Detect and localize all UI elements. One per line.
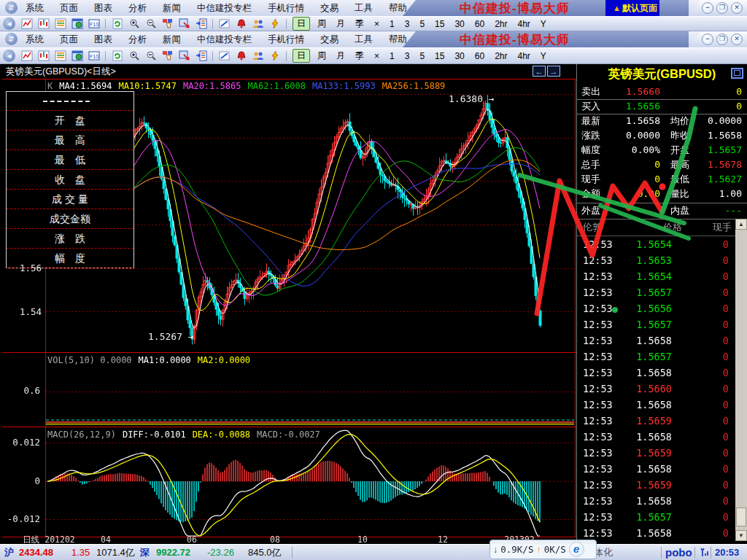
minimize-button[interactable]: − [702,2,713,14]
period-button-0[interactable]: 日 [293,17,310,31]
flash-icon[interactable] [267,18,282,31]
menu-item-8[interactable]: 工具 [347,34,381,46]
period-button-10[interactable]: 60 [470,18,489,30]
period-button-6[interactable]: 3 [400,50,415,62]
menu-item-7[interactable]: 交易 [312,2,347,15]
tick-row[interactable]: 12:531.56530 [577,252,735,268]
tick-row[interactable]: 12:531.56580 [577,461,735,477]
tick-row[interactable]: 12:531.56560 [577,300,735,316]
menu-item-2[interactable]: 图表 [86,2,120,15]
minimize-button[interactable]: − [702,34,713,45]
zoom-out-icon[interactable] [143,18,158,31]
menu-item-4[interactable]: 新闻 [155,34,189,46]
current-page-button[interactable]: ▲默认页面 [605,0,659,16]
menu-item-0[interactable]: 系统 [18,34,52,46]
period-button-4[interactable]: × [369,50,384,62]
line-chart-icon[interactable] [19,50,34,63]
app-menu-icon[interactable]: ⇵ [5,1,18,14]
tick-list-scrollbar[interactable]: ▲ ▼ [735,219,747,541]
scroll-down-icon[interactable]: ▼ [735,530,747,541]
period-button-12[interactable]: 4hr [513,50,535,62]
goto-list-icon[interactable] [193,18,209,31]
menu-item-3[interactable]: 分析 [120,34,155,46]
draw-icon[interactable] [217,50,232,63]
period-button-3[interactable]: 季 [350,17,369,31]
menu-item-5[interactable]: 中信建投专栏 [189,34,260,46]
f10-icon[interactable]: F10 [86,18,101,31]
menu-item-2[interactable]: 图表 [86,34,120,46]
users-icon[interactable] [250,18,266,31]
next-page-icon[interactable]: → [547,66,560,77]
tick-row[interactable]: 12:531.56540 [577,268,735,284]
kline-chart-icon[interactable] [36,18,51,31]
next-window-icon[interactable] [177,50,192,63]
period-button-6[interactable]: 3 [400,18,415,30]
period-button-11[interactable]: 2hr [489,18,512,30]
tick-row[interactable]: 12:531.56580 [577,525,735,541]
data-view-panel[interactable]: 开 盘最 高最 低收 盘成 交 量成交金额涨 跌幅 度 [6,91,134,268]
quote-list-icon[interactable] [53,18,68,31]
period-button-4[interactable]: × [369,18,384,30]
menu-item-1[interactable]: 页面 [52,2,86,15]
web-report-icon[interactable] [69,50,85,63]
period-button-13[interactable]: Y [535,50,551,62]
zoom-in-icon[interactable] [126,50,142,63]
alert-icon[interactable] [233,18,249,31]
restore-button[interactable]: ❐ [716,2,728,14]
restore-panel-icon[interactable] [731,68,743,79]
web-report-icon[interactable] [69,18,85,31]
period-button-8[interactable]: 15 [430,18,449,30]
menu-item-6[interactable]: 手机行情 [260,2,312,15]
period-button-9[interactable]: 30 [449,18,469,30]
period-button-12[interactable]: 4hr [513,18,535,30]
tick-row[interactable]: 12:531.56570 [577,284,735,300]
app-menu-icon[interactable]: ⇵ [5,33,18,45]
back-icon[interactable]: ◄ [3,18,15,30]
zoom-in-icon[interactable] [126,18,142,31]
tick-row[interactable]: 12:531.56580 [577,429,735,445]
period-button-5[interactable]: 1 [384,50,400,62]
period-button-7[interactable]: 5 [414,18,430,30]
menu-item-3[interactable]: 分析 [120,2,155,15]
period-button-2[interactable]: 月 [331,49,350,63]
kline-chart-icon[interactable] [36,50,51,63]
scroll-up-icon[interactable]: ▲ [735,219,747,230]
scrollbar-thumb[interactable] [736,508,746,526]
tick-row[interactable]: 12:531.56600 [577,381,735,397]
refresh-icon[interactable] [109,18,125,31]
menu-item-1[interactable]: 页面 [52,34,86,46]
quote-list-icon[interactable] [53,50,68,63]
period-button-9[interactable]: 30 [449,50,469,62]
users-icon[interactable] [250,50,266,63]
close-button[interactable]: ✕ [731,34,743,45]
next-window-icon[interactable] [177,18,192,31]
menu-item-4[interactable]: 新闻 [155,2,189,15]
period-button-10[interactable]: 60 [470,50,489,62]
browser-icon[interactable]: e [569,542,584,557]
restore-button[interactable]: ❐ [716,34,728,45]
tick-row[interactable]: 12:531.56590 [577,445,735,461]
tick-row[interactable]: 12:531.56580 [577,397,735,413]
flash-icon[interactable] [267,50,282,63]
drag-hand-icon[interactable] [160,50,175,63]
period-button-0[interactable]: 日 [293,49,310,63]
drag-hand-icon[interactable] [160,18,175,31]
close-button[interactable]: ✕ [731,2,743,14]
back-icon[interactable]: ◄ [3,50,15,62]
quote-row-买入[interactable]: 买入1.56560 [577,99,747,114]
f10-icon[interactable]: F10 [86,50,101,63]
tick-row[interactable]: 12:531.56580 [577,332,735,349]
tick-row[interactable]: 12:531.56570 [577,349,735,365]
tick-row[interactable]: 12:531.56590 [577,413,735,429]
draw-icon[interactable] [217,18,232,31]
period-button-13[interactable]: Y [535,18,551,30]
tick-row[interactable]: 12:531.56570 [577,509,735,525]
tick-row[interactable]: 12:531.56580 [577,365,735,381]
menu-item-5[interactable]: 中信建投专栏 [189,2,260,15]
tick-row[interactable]: 12:531.56590 [577,477,735,493]
period-button-2[interactable]: 月 [331,17,350,31]
period-button-3[interactable]: 季 [350,49,369,63]
refresh-icon[interactable] [109,50,125,63]
line-chart-icon[interactable] [19,18,34,31]
alert-icon[interactable] [233,50,249,63]
